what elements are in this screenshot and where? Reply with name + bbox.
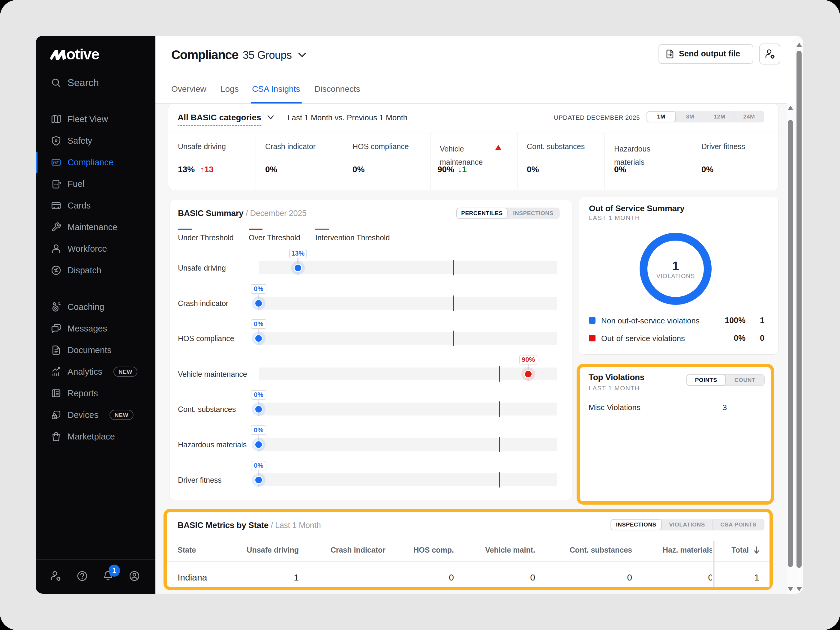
svg-text:otive: otive (66, 47, 99, 62)
